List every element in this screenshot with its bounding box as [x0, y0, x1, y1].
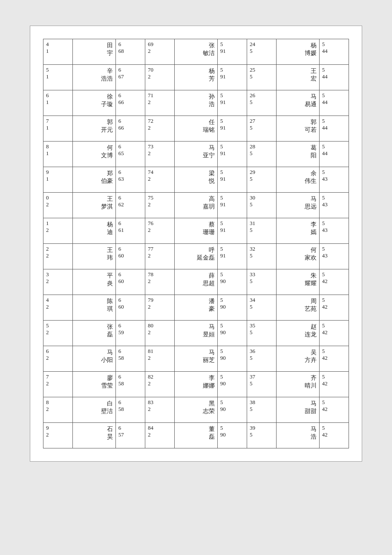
name-col2: 杨芳 — [175, 65, 217, 90]
rank-num-col3: 36 5 — [247, 346, 276, 372]
rank-num-col3: 35 5 — [247, 321, 276, 346]
name-col1: 廖雪莹 — [73, 372, 115, 397]
rank-num-col2: 70 2 — [145, 65, 174, 90]
rank-num-col3: 30 5 — [247, 193, 276, 218]
rank-num-col2: 72 2 — [145, 116, 174, 142]
rank-num-col1: 7 2 — [43, 372, 73, 397]
rank-num-col2: 77 2 — [145, 244, 174, 269]
rank-num-col1: 6 1 — [43, 90, 73, 116]
name-col1: 何文博 — [73, 142, 115, 167]
rank-num-col1: 5 1 — [43, 65, 73, 90]
rank-num-col1: 9 1 — [43, 167, 73, 193]
score-col1: 666 — [115, 116, 145, 142]
name-col2: 蔡珊珊 — [175, 218, 217, 244]
score-col3: 542 — [319, 321, 349, 346]
name-col1: 辛浩浩 — [73, 65, 115, 90]
score-col2: 590 — [217, 269, 247, 295]
score-col3: 544 — [319, 142, 349, 167]
score-col1: 668 — [115, 39, 145, 65]
name-col3: 周艺苑 — [277, 295, 319, 321]
rank-num-col2: 75 2 — [145, 193, 174, 218]
score-col2: 590 — [217, 423, 247, 448]
name-col3: 赵连龙 — [277, 321, 319, 346]
name-col1: 张磊 — [73, 321, 115, 346]
name-col1: 田宇 — [73, 39, 115, 65]
score-col2: 590 — [217, 397, 247, 423]
rank-num-col3: 33 5 — [247, 269, 276, 295]
score-col2: 591 — [217, 193, 247, 218]
score-col3: 543 — [319, 167, 349, 193]
score-col2: 591 — [217, 116, 247, 142]
score-col3: 543 — [319, 244, 349, 269]
rank-num-col1: 3 2 — [43, 269, 73, 295]
rank-num-col1: 2 2 — [43, 244, 73, 269]
score-col1: 659 — [115, 321, 145, 346]
score-col1: 657 — [115, 423, 145, 448]
score-col1: 660 — [115, 295, 145, 321]
score-col1: 658 — [115, 397, 145, 423]
score-col2: 590 — [217, 321, 247, 346]
rank-num-col1: 4 2 — [43, 295, 73, 321]
score-col2: 591 — [217, 218, 247, 244]
name-col2: 董磊 — [175, 423, 217, 448]
name-col3: 马思远 — [277, 193, 319, 218]
rank-num-col1: 8 1 — [43, 142, 73, 167]
score-col1: 667 — [115, 65, 145, 90]
rank-num-col1: 9 2 — [43, 423, 73, 448]
rank-num-col2: 74 2 — [145, 167, 174, 193]
name-col2: 孙浩 — [175, 90, 217, 116]
name-col1: 白壁洁 — [73, 397, 115, 423]
name-col3: 何家欢 — [277, 244, 319, 269]
name-col2: 薛思超 — [175, 269, 217, 295]
name-col2: 张敏洁 — [175, 39, 217, 65]
score-col1: 666 — [115, 90, 145, 116]
rank-num-col2: 78 2 — [145, 269, 174, 295]
name-col1: 郭开元 — [73, 116, 115, 142]
score-col1: 661 — [115, 218, 145, 244]
name-col3: 马易通 — [277, 90, 319, 116]
name-col1: 王玮 — [73, 244, 115, 269]
score-col3: 542 — [319, 295, 349, 321]
rank-num-col3: 31 5 — [247, 218, 276, 244]
score-col2: 591 — [217, 167, 247, 193]
score-col2: 590 — [217, 295, 247, 321]
name-col2: 黑志荣 — [175, 397, 217, 423]
name-col2: 任瑞铭 — [175, 116, 217, 142]
score-col2: 591 — [217, 90, 247, 116]
score-col2: 591 — [217, 142, 247, 167]
name-col2: 马丽芝 — [175, 346, 217, 372]
rank-num-col1: 7 1 — [43, 116, 73, 142]
rank-num-col3: 32 5 — [247, 244, 276, 269]
rank-num-col2: 71 2 — [145, 90, 174, 116]
rank-num-col2: 79 2 — [145, 295, 174, 321]
name-col2: 高嘉玥 — [175, 193, 217, 218]
score-col1: 660 — [115, 269, 145, 295]
name-col2: 呼延金磊 — [175, 244, 217, 269]
name-col3: 吴方卉 — [277, 346, 319, 372]
ranking-table: 4 1 田宇 668 69 2 张敏洁 591 24 5 杨博媛 544 — [43, 39, 349, 448]
score-col3: 542 — [319, 346, 349, 372]
rank-num-col2: 69 2 — [145, 39, 174, 65]
score-col3: 544 — [319, 116, 349, 142]
score-col3: 542 — [319, 397, 349, 423]
name-col1: 石昊 — [73, 423, 115, 448]
name-col3: 杨博媛 — [277, 39, 319, 65]
rank-num-col2: 76 2 — [145, 218, 174, 244]
name-col3: 朱耀耀 — [277, 269, 319, 295]
rank-num-col3: 28 5 — [247, 142, 276, 167]
score-col1: 663 — [115, 167, 145, 193]
name-col3: 郭可若 — [277, 116, 319, 142]
score-col3: 543 — [319, 218, 349, 244]
name-col1: 马小阳 — [73, 346, 115, 372]
name-col1: 平炎 — [73, 269, 115, 295]
score-col1: 660 — [115, 244, 145, 269]
name-col3: 李嫣 — [277, 218, 319, 244]
name-col2: 李娜娜 — [175, 372, 217, 397]
name-col3: 余伟生 — [277, 167, 319, 193]
name-col3: 马甜甜 — [277, 397, 319, 423]
name-col1: 王梦淇 — [73, 193, 115, 218]
rank-num-col2: 84 2 — [145, 423, 174, 448]
rank-num-col2: 73 2 — [145, 142, 174, 167]
rank-num-col3: 25 5 — [247, 65, 276, 90]
rank-num-col3: 29 5 — [247, 167, 276, 193]
